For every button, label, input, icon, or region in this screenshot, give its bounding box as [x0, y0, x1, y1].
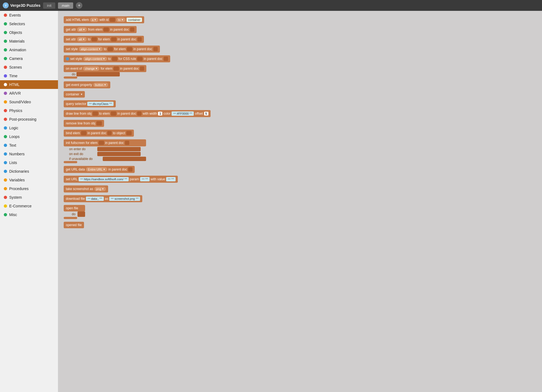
- sidebar-item-selectors[interactable]: Selectors: [0, 20, 58, 28]
- pill-png[interactable]: png▼: [94, 187, 106, 191]
- sidebar-item-procedures[interactable]: Procedures: [0, 184, 58, 193]
- block-text: set style: [70, 57, 82, 61]
- sidebar-item-label: Numbers: [9, 152, 25, 156]
- canvas-area[interactable]: add HTML elem a▼ with id to▼ container g…: [58, 11, 542, 392]
- sidebar-item-text[interactable]: Text: [0, 141, 58, 150]
- sidebar-item-variables[interactable]: Variables: [0, 176, 58, 184]
- block-text: set URL: [66, 177, 78, 181]
- sidebar-item-numbers[interactable]: Numbers: [0, 150, 58, 158]
- slot: [99, 141, 104, 145]
- sidebar-item-label: Post-processing: [9, 117, 36, 121]
- block-text: set attr: [66, 37, 76, 41]
- pill-align-content2[interactable]: align-content▼: [83, 57, 107, 61]
- block-text: to: [88, 37, 91, 41]
- block-do-label: do: [72, 212, 75, 216]
- input-data[interactable]: ❝❝ data:, ❞❞: [86, 197, 104, 201]
- sidebar-item-materials[interactable]: Materials: [0, 37, 58, 46]
- sidebar-item-camera[interactable]: Camera: [0, 54, 58, 63]
- input-container[interactable]: container: [127, 18, 142, 22]
- sidebar-item-physics[interactable]: Physics: [0, 106, 58, 115]
- block-text: in parent doc: [144, 57, 162, 61]
- block-text: to elem: [99, 112, 110, 115]
- pill-change[interactable]: change▼: [83, 66, 99, 71]
- block-bottom-cap: [64, 161, 77, 163]
- block-body: set style align-content▼ to for elem in …: [64, 46, 160, 53]
- sidebar-item-post-processing[interactable]: Post-processing: [0, 115, 58, 124]
- sidebar-item-sound-video[interactable]: Sound/Video: [0, 98, 58, 106]
- dot-icon: [4, 74, 7, 78]
- block-of-wrapper: open file do: [64, 205, 85, 219]
- input-param[interactable]: ❝❝ ❞❞: [140, 177, 150, 181]
- tab-init[interactable]: init: [43, 2, 55, 9]
- block-do-row: do: [64, 211, 85, 217]
- slot: [81, 131, 86, 135]
- pill-entire-url[interactable]: Entire URL▼: [86, 167, 107, 172]
- block-body: open file: [64, 205, 85, 211]
- dot-icon: [4, 40, 7, 43]
- block-body: get URL data Entire URL▼ in parent doc: [64, 166, 135, 173]
- pill-alt[interactable]: alt▼: [77, 37, 87, 41]
- logo-icon: V: [3, 2, 9, 8]
- sidebar-item-misc[interactable]: Misc: [0, 210, 58, 219]
- add-tab-button[interactable]: +: [76, 2, 82, 9]
- block-text: init fullscreen for elem: [66, 141, 98, 145]
- sidebar-item-label: Selectors: [9, 22, 25, 26]
- sidebar-item-scenes[interactable]: Scenes: [0, 63, 58, 72]
- sidebar-item-system[interactable]: System: [0, 193, 58, 202]
- input-url[interactable]: ❝❝ https://sandbox.soft8soft.com/ ❞❞: [79, 177, 128, 181]
- pill-align-content[interactable]: align-content▼: [79, 47, 103, 51]
- dot-icon: [4, 161, 7, 164]
- block-text: for elem: [98, 37, 110, 41]
- sidebar-item-label: Objects: [9, 30, 22, 35]
- sidebar-item-events[interactable]: Events: [0, 11, 58, 20]
- num-width[interactable]: 1: [158, 112, 162, 115]
- input-filename[interactable]: ❝❝ screenshot.png ❞❞: [109, 197, 140, 201]
- sidebar-item-label: Camera: [9, 56, 23, 61]
- slot: [137, 111, 141, 116]
- input-selector[interactable]: ❝❝ div.myClass ❞❞: [87, 102, 114, 106]
- block-on-event-wrapper: on event of change▼ for elem in parent d…: [64, 65, 146, 79]
- block-text: with width: [143, 112, 157, 115]
- sidebar-item-label: Variables: [9, 178, 25, 182]
- input-color[interactable]: ❝❝ #FF0000 ❞❞: [172, 111, 194, 116]
- slot: [164, 57, 168, 61]
- pill-a[interactable]: a▼: [90, 18, 98, 22]
- sidebar-item-logic[interactable]: Logic: [0, 124, 58, 132]
- slot: [92, 37, 97, 41]
- sidebar-item-label: HTML: [9, 82, 20, 87]
- num-offset[interactable]: 5: [204, 112, 208, 115]
- sidebar-item-label: Logic: [9, 126, 18, 130]
- slot: [110, 18, 115, 22]
- block-text: in parent doc: [133, 47, 152, 51]
- sidebar-item-ar-vr[interactable]: AR/VR: [0, 89, 58, 98]
- pill-to[interactable]: to▼: [116, 18, 125, 22]
- sidebar-item-e-commerce[interactable]: E-Commerce: [0, 202, 58, 210]
- dot-icon: [4, 57, 7, 60]
- sidebar-item-loops[interactable]: Loops: [0, 132, 58, 141]
- block-do-slot: [76, 72, 120, 76]
- sidebar-item-time[interactable]: Time: [0, 72, 58, 80]
- app-logo: V Verge3D Puzzles: [3, 2, 40, 8]
- block-body: init fullscreen for elem in parent doc: [64, 139, 146, 146]
- block-unavail-row: if unavailable do: [64, 157, 146, 161]
- sidebar-item-label: Events: [9, 13, 21, 17]
- block-text: in parent doc: [117, 112, 136, 115]
- pill-button[interactable]: button▼: [93, 83, 108, 87]
- dot-icon: [4, 187, 7, 190]
- input-value[interactable]: ❝❝ ❞❞: [166, 177, 176, 181]
- sidebar-item-lists[interactable]: Lists: [0, 158, 58, 167]
- block-on-event: on event of change▼ for elem in parent d…: [64, 65, 537, 79]
- sidebar-item-animation[interactable]: Animation: [0, 46, 58, 54]
- tab-main[interactable]: main: [58, 2, 73, 9]
- sidebar-item-dictionaries[interactable]: Dictionaries: [0, 167, 58, 176]
- block-body: set URL ❝❝ https://sandbox.soft8soft.com…: [64, 176, 178, 183]
- block-body: get attr alt▼ from elem in parent doc: [64, 26, 137, 33]
- dot-icon: [4, 196, 7, 199]
- var-arrow: ▼: [80, 93, 83, 96]
- dot-icon: [4, 135, 7, 138]
- block-body: download file ❝❝ data:, ❞❞ as ❝❝ screens…: [64, 195, 142, 202]
- sidebar-item-objects[interactable]: Objects: [0, 28, 58, 37]
- pill-alt[interactable]: alt▼: [77, 27, 87, 32]
- dot-icon: [4, 178, 7, 182]
- sidebar-item-html[interactable]: HTML: [0, 80, 58, 89]
